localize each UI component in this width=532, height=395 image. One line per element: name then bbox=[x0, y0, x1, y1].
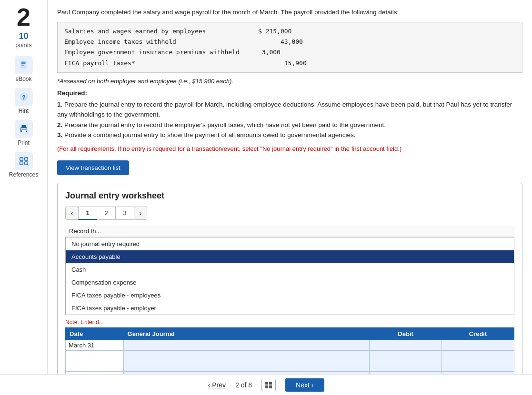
svg-rect-8 bbox=[21, 130, 26, 132]
svg-rect-11 bbox=[20, 162, 22, 165]
payroll-row-3: Employee government insurance premiums w… bbox=[64, 47, 515, 58]
date-cell-3 bbox=[66, 361, 124, 371]
dropdown-option-fica-employer[interactable]: FICA taxes payable - employer bbox=[66, 302, 514, 315]
sidebar: 2 10 points eBook ? Hint Print Reference… bbox=[0, 0, 48, 395]
worksheet-title: Journal entry worksheet bbox=[65, 191, 514, 201]
points-label: points bbox=[15, 41, 32, 49]
instruction-1: 1. Prepare the journal entry to record t… bbox=[57, 99, 522, 120]
debit-cell-2[interactable] bbox=[370, 350, 442, 361]
instruction-2: 2. Prepare the journal entry to record t… bbox=[57, 120, 522, 130]
svg-rect-10 bbox=[24, 158, 27, 160]
print-label: Print bbox=[18, 139, 30, 146]
dropdown-option-compensation-expense[interactable]: Compensation expense bbox=[66, 276, 514, 289]
sidebar-item-references[interactable]: References bbox=[9, 152, 38, 178]
next-arrow-icon: › bbox=[311, 381, 314, 389]
date-cell-1: March 31 bbox=[66, 340, 124, 350]
credit-cell-3[interactable] bbox=[442, 361, 514, 371]
journal-entry-worksheet: Journal entry worksheet ‹ 1 2 3 › Record… bbox=[57, 183, 522, 395]
dropdown-option-accounts-payable[interactable]: Accounts payable bbox=[66, 250, 514, 263]
prev-label: Prev bbox=[212, 381, 226, 389]
warning-text: (For all requirements, If no entry is re… bbox=[57, 144, 522, 154]
dropdown-option-no-entry[interactable]: No journal entry required bbox=[66, 237, 514, 250]
account-cell-1[interactable] bbox=[123, 340, 370, 350]
tab-2[interactable]: 2 bbox=[97, 207, 116, 220]
credit-cell-2[interactable] bbox=[442, 350, 514, 361]
tab-1[interactable]: 1 bbox=[78, 207, 97, 220]
sidebar-item-ebook[interactable]: eBook bbox=[15, 56, 33, 82]
note-text: Note: Enter d... bbox=[65, 319, 514, 326]
page-separator: of bbox=[241, 381, 249, 389]
svg-rect-1 bbox=[21, 62, 25, 63]
svg-rect-12 bbox=[24, 162, 27, 165]
account-cell-2[interactable] bbox=[123, 350, 370, 361]
prev-arrow-icon: ‹ bbox=[208, 381, 211, 389]
debit-cell-3[interactable] bbox=[370, 361, 442, 371]
payroll-row-1: Salaries and wages earned by employees $… bbox=[64, 26, 515, 37]
instructions: 1. Prepare the journal entry to record t… bbox=[57, 99, 522, 140]
tabs-navigation: ‹ 1 2 3 › bbox=[65, 207, 514, 220]
debit-input-1[interactable] bbox=[372, 342, 432, 349]
references-label: References bbox=[9, 171, 38, 178]
col-header-account: General Journal bbox=[123, 327, 370, 340]
sidebar-item-hint[interactable]: ? Hint bbox=[15, 88, 33, 114]
points-value: 10 bbox=[19, 31, 28, 41]
account-input-2[interactable] bbox=[127, 352, 354, 359]
credit-cell-1[interactable] bbox=[442, 340, 514, 350]
account-input-3[interactable] bbox=[127, 363, 354, 370]
tab-prev-arrow[interactable]: ‹ bbox=[65, 207, 79, 220]
date-cell-2 bbox=[66, 350, 124, 361]
prev-button[interactable]: ‹ Prev bbox=[208, 381, 226, 389]
svg-rect-7 bbox=[21, 125, 26, 128]
page-info: 2 of 8 bbox=[235, 381, 252, 389]
record-text: Record th bbox=[69, 227, 96, 235]
tab-next-arrow[interactable]: › bbox=[134, 207, 147, 220]
col-header-credit: Credit bbox=[442, 327, 514, 340]
ebook-label: eBook bbox=[15, 76, 31, 82]
svg-rect-2 bbox=[21, 63, 25, 64]
book-icon bbox=[19, 60, 29, 70]
table-row bbox=[66, 361, 514, 371]
payroll-row-2: Employee income taxes withheld 43,000 bbox=[64, 37, 515, 47]
required-label: Required: bbox=[57, 89, 522, 97]
dropdown-option-cash[interactable]: Cash bbox=[66, 263, 514, 276]
account-cell-3[interactable] bbox=[123, 361, 370, 371]
debit-cell-1[interactable] bbox=[370, 340, 442, 350]
account-dropdown-container: Record th ... No journal entry required … bbox=[65, 226, 514, 315]
col-header-date: Date bbox=[66, 327, 124, 340]
dropdown-option-fica-employees[interactable]: FICA taxes payable - employees bbox=[66, 289, 514, 302]
account-input-1[interactable] bbox=[127, 342, 354, 349]
bottom-navigation: ‹ Prev 2 of 8 Next › bbox=[0, 374, 532, 395]
hint-icon-box: ? bbox=[15, 88, 33, 106]
col-header-debit: Debit bbox=[370, 327, 442, 340]
record-row: Record th ... bbox=[65, 226, 514, 237]
main-content: Paul Company completed the salary and wa… bbox=[48, 0, 532, 395]
sidebar-item-print[interactable]: Print bbox=[15, 120, 33, 146]
view-transaction-list-button[interactable]: View transaction list bbox=[57, 160, 129, 175]
print-icon bbox=[19, 124, 29, 134]
payroll-row-4: FICA payroll taxes* 15,900 bbox=[64, 58, 515, 69]
references-icon bbox=[19, 156, 29, 166]
page-current: 2 bbox=[235, 381, 239, 389]
record-ellipsis: ... bbox=[96, 227, 101, 235]
svg-text:?: ? bbox=[22, 94, 25, 101]
payroll-data-table: Salaries and wages earned by employees $… bbox=[57, 22, 522, 72]
svg-rect-14 bbox=[269, 382, 272, 385]
references-icon-box bbox=[15, 152, 33, 170]
tab-3[interactable]: 3 bbox=[115, 207, 134, 220]
hint-icon: ? bbox=[19, 92, 29, 102]
question-number: 2 bbox=[17, 5, 30, 30]
ebook-icon-box bbox=[15, 56, 33, 74]
dropdown-list: No journal entry required Accounts payab… bbox=[65, 237, 514, 315]
credit-input-1[interactable] bbox=[445, 342, 504, 349]
svg-rect-13 bbox=[265, 382, 268, 385]
table-row: March 31 bbox=[66, 340, 514, 350]
svg-rect-16 bbox=[269, 385, 272, 388]
svg-rect-9 bbox=[20, 158, 22, 160]
instruction-3: 3. Provide a combined journal entry to s… bbox=[57, 130, 522, 140]
grid-icon bbox=[265, 381, 272, 389]
grid-button[interactable] bbox=[261, 379, 276, 391]
next-button[interactable]: Next › bbox=[285, 378, 324, 392]
next-label: Next bbox=[296, 381, 310, 389]
table-row bbox=[66, 350, 514, 361]
page-total: 8 bbox=[248, 381, 252, 389]
